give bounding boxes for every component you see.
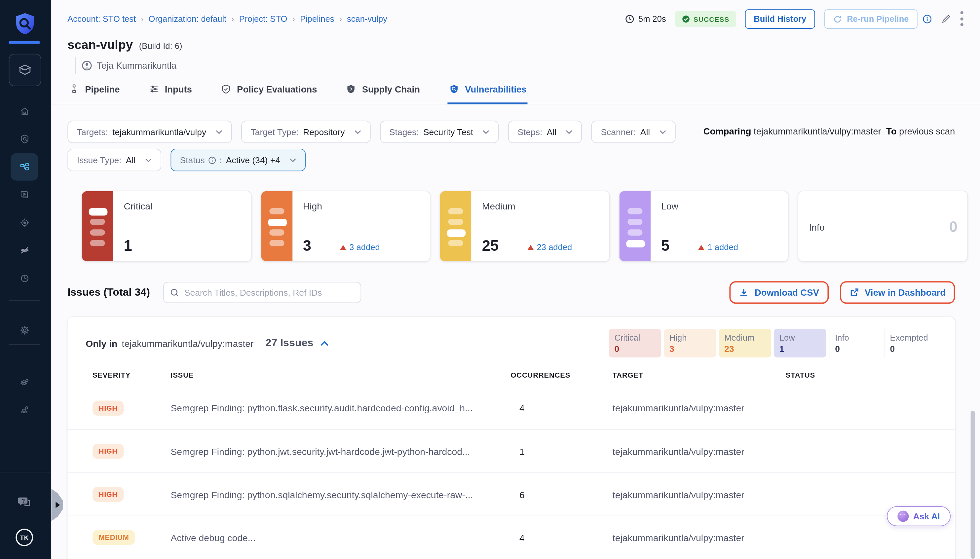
clock-icon (625, 15, 635, 24)
issue-row[interactable]: HIGH Semgrep Finding: python.flask.secur… (68, 386, 955, 430)
filter-steps-[interactable]: Steps:All (508, 121, 582, 143)
sidebar-nav-overview-shield-icon[interactable] (11, 125, 38, 153)
breadcrumb-item-pipelines[interactable]: Pipelines (300, 15, 334, 24)
occurrences-count: 4 (511, 402, 612, 413)
filter-issue-type-[interactable]: Issue Type:All (68, 149, 161, 171)
issue-row[interactable]: HIGH Semgrep Finding: python.jwt.securit… (68, 430, 955, 473)
ticket-summary-icon (19, 273, 30, 283)
issues-panel: Only in tejakummarikuntla/vulpy:master 2… (68, 317, 955, 559)
tab-policy-evaluations[interactable]: Policy Evaluations (220, 80, 318, 104)
chip-info[interactable]: Info 0 (829, 329, 881, 357)
breadcrumb-item-project-sto[interactable]: Project: STO (239, 15, 288, 24)
issue-row[interactable]: MEDIUM Active debug code... 4 tejakummar… (68, 516, 955, 559)
occurrences-count: 1 (511, 446, 612, 456)
default-settings-icon (19, 377, 30, 388)
check-circle-icon (682, 15, 690, 23)
filter-target-type-[interactable]: Target Type:Repository (241, 121, 370, 143)
severity-level-indicator (619, 191, 651, 261)
page-header: Account: STO test›Organization: default›… (51, 0, 980, 74)
more-options-button[interactable]: ••• (960, 10, 964, 28)
app-root: ? TK Account: STO test›Organization: def… (0, 0, 980, 559)
severity-badge: HIGH (93, 400, 124, 415)
annotation-box: View in Dashboard (840, 281, 955, 304)
chip-high[interactable]: High 3 (664, 329, 716, 357)
build-duration: 5m 20s (625, 15, 666, 24)
tab-pipeline[interactable]: Pipeline (68, 80, 121, 104)
severity-card-low[interactable]: Low 5 1 added (619, 191, 788, 261)
download-csv-button[interactable]: Download CSV (739, 288, 819, 297)
chip-critical[interactable]: Critical 0 (609, 329, 661, 357)
severity-card-info[interactable]: Info 0 (798, 191, 967, 261)
severity-card-critical[interactable]: Critical 1 (82, 191, 251, 261)
col-occurrences: OCCURRENCES (511, 371, 612, 379)
chip-medium[interactable]: Medium 23 (719, 329, 771, 357)
chevron-up-icon[interactable] (320, 340, 329, 346)
user-avatar[interactable]: TK (15, 529, 33, 546)
sidebar-nav-default-settings-icon[interactable] (11, 369, 38, 396)
edit-pipeline-button[interactable] (941, 14, 951, 25)
help-chat-icon: ? (17, 494, 32, 509)
breadcrumb-item-organization-default[interactable]: Organization: default (149, 15, 226, 24)
module-accent-bar (8, 41, 40, 44)
sto-shield-logo-icon[interactable] (13, 11, 38, 36)
breadcrumb-separator: › (339, 15, 342, 24)
col-status: STATUS (786, 371, 955, 379)
build-id-label: (Build Id: 6) (139, 41, 182, 51)
filter-targets-[interactable]: Targets:tejakummarikuntla/vulpy (68, 121, 231, 143)
comparing-label: Comparing tejakummarikuntla/vulpy:master… (704, 126, 955, 136)
sidebar-nav-security-review-icon[interactable] (11, 237, 38, 264)
search-icon (170, 288, 179, 297)
severity-badge: HIGH (93, 444, 124, 458)
chip-low[interactable]: Low 1 (774, 329, 826, 357)
sidebar-nav-governance-icon[interactable] (11, 396, 38, 423)
breadcrumb-separator: › (293, 15, 295, 24)
filter-scanner-[interactable]: Scanner:All (592, 121, 676, 143)
chevron-down-icon (354, 130, 361, 134)
info-small-icon (208, 156, 216, 164)
view-in-dashboard-button[interactable]: View in Dashboard (849, 288, 945, 297)
ask-ai-button[interactable]: Ask AI (887, 506, 950, 526)
help-chat-button[interactable]: ? (11, 488, 38, 515)
issue-title: Semgrep Finding: python.jwt.security.jwt… (170, 446, 511, 456)
severity-card-medium[interactable]: Medium 25 23 added (440, 191, 609, 261)
rerun-pipeline-button[interactable]: Re-run Pipeline (825, 9, 917, 29)
chevron-down-icon (483, 130, 489, 134)
sidebar-nav-pipelines-icon[interactable] (11, 153, 38, 180)
notes-info-button[interactable] (922, 15, 932, 24)
module-selector-button[interactable] (8, 54, 41, 86)
sidebar-nav-targets-icon[interactable] (11, 209, 38, 236)
col-issue: ISSUE (170, 371, 511, 379)
sidebar-nav-executions-icon[interactable] (11, 181, 38, 208)
severity-card-high[interactable]: High 3 3 added (261, 191, 430, 261)
sidebar-nav-home-icon[interactable] (11, 98, 38, 125)
filter-status[interactable]: Status:Active (34) +4 (170, 149, 306, 171)
tab-supply-chain[interactable]: Supply Chain (345, 80, 421, 104)
security-review-icon (19, 245, 30, 255)
breadcrumb-item-scan-vulpy[interactable]: scan-vulpy (347, 15, 387, 24)
main-area: Account: STO test›Organization: default›… (51, 0, 980, 559)
person-icon (82, 60, 92, 70)
supply-chain-shield-icon (346, 84, 357, 94)
download-icon (739, 288, 749, 297)
filter-stages-[interactable]: Stages:Security Test (380, 121, 499, 143)
search-input[interactable] (184, 288, 355, 297)
chevron-down-icon (289, 158, 296, 162)
chevron-down-icon (145, 158, 152, 162)
build-history-button[interactable]: Build History (745, 9, 815, 29)
sidebar-nav-ticket-summary-icon[interactable] (11, 264, 38, 292)
group-issue-count: 27 Issues (265, 337, 313, 349)
external-link-icon (849, 288, 859, 297)
vertical-scrollbar[interactable] (971, 411, 975, 559)
severity-badge: HIGH (93, 487, 124, 502)
breadcrumb: Account: STO test›Organization: default›… (68, 15, 387, 24)
chip-exempted[interactable]: Exempted 0 (884, 329, 936, 357)
issue-row[interactable]: HIGH Semgrep Finding: python.sqlalchemy.… (68, 473, 955, 516)
breadcrumb-item-account-sto-test[interactable]: Account: STO test (68, 15, 136, 24)
chevron-down-icon (566, 130, 573, 134)
tab-inputs[interactable]: Inputs (147, 80, 193, 104)
issue-title: Active debug code... (170, 532, 511, 543)
issues-total-title: Issues (Total 34) (68, 286, 150, 299)
policy-shield-icon (221, 84, 231, 94)
tab-vulnerabilities[interactable]: Vulnerabilities (447, 80, 528, 104)
sidebar-nav-settings-gear-icon[interactable] (11, 316, 38, 344)
